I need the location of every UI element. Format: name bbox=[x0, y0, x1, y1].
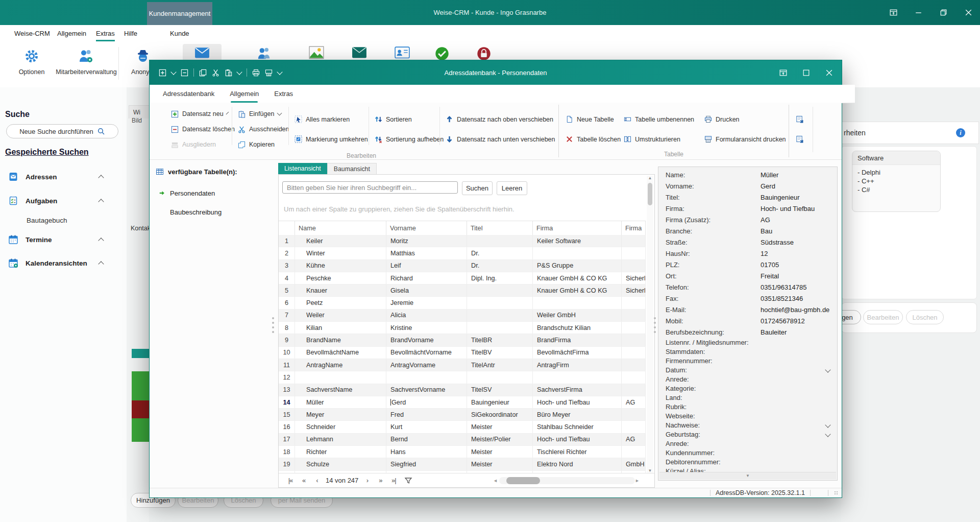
cell[interactable]: TitelBV bbox=[467, 347, 533, 359]
filter-icon[interactable] bbox=[404, 477, 412, 485]
sidebar-item-aufgaben[interactable]: Aufgaben bbox=[0, 193, 119, 208]
cell[interactable]: AntragVorname bbox=[386, 359, 467, 371]
cell[interactable]: TitelSV bbox=[467, 384, 533, 396]
table-row[interactable]: 11AntragNameAntragVornameTitelAntrAntrag… bbox=[279, 359, 646, 371]
detail-field-name[interactable]: Name:Müller bbox=[658, 169, 837, 180]
bg-button-bearbeiten[interactable]: Bearbeiten bbox=[863, 310, 903, 324]
toolbar-optionen-button[interactable]: Optionen bbox=[9, 45, 54, 84]
cell[interactable]: Richard bbox=[386, 272, 467, 284]
sidebar-item-termine[interactable]: Termine bbox=[0, 232, 119, 247]
left-splitter-grip[interactable] bbox=[272, 322, 274, 324]
qat-new-record-icon[interactable] bbox=[159, 69, 166, 77]
vertical-scroll-thumb[interactable] bbox=[648, 183, 652, 205]
cell[interactable] bbox=[622, 421, 646, 433]
cell[interactable] bbox=[467, 322, 533, 334]
detail-field-mobil[interactable]: Mobil:017245678912 bbox=[658, 315, 837, 326]
next-record-button[interactable]: › bbox=[360, 477, 374, 484]
column-header-firma-3[interactable]: Firma bbox=[533, 221, 622, 235]
cell[interactable]: TitelAntr bbox=[467, 359, 533, 371]
cell[interactable]: Keiler Software bbox=[533, 235, 622, 247]
cell[interactable] bbox=[622, 446, 646, 458]
cell[interactable]: SiGekoordinator bbox=[467, 409, 533, 420]
cell[interactable] bbox=[622, 322, 646, 334]
ribbon-sortierung-aufheben[interactable]: Sortierung aufheben bbox=[371, 129, 438, 149]
detail-field-anrede[interactable]: Anrede: bbox=[658, 374, 837, 384]
cell[interactable]: Meister bbox=[467, 446, 533, 458]
clear-button[interactable]: Leeren bbox=[497, 181, 527, 195]
table-row[interactable]: 10BevollmächtNameBevollmächtVornameTitel… bbox=[279, 347, 646, 359]
chevron-down-icon[interactable] bbox=[277, 111, 282, 116]
ribbon-ausschneiden[interactable]: Ausschneiden bbox=[234, 122, 287, 137]
detail-field-geburtstag[interactable]: Geburtstag: bbox=[658, 430, 837, 439]
dialog-maximize-icon[interactable] bbox=[802, 68, 811, 77]
table-row[interactable]: 3KühneLeifDr.P&S Gruppe bbox=[279, 260, 646, 272]
detail-field-e-mail[interactable]: E-Mail:hochtief@bau-gmbh.de bbox=[658, 304, 837, 315]
detail-field-kategorie[interactable]: Kategorie: bbox=[658, 384, 837, 393]
cell[interactable]: BrandVorname bbox=[386, 334, 467, 346]
qat-delete-record-icon[interactable] bbox=[181, 69, 188, 77]
table-item-baubeschreibung[interactable]: Baubeschreibung bbox=[150, 205, 292, 219]
detail-field-webseite[interactable]: Webseite: bbox=[658, 411, 837, 420]
detail-field-plz[interactable]: PLZ:01705 bbox=[658, 259, 837, 270]
detail-field-ort[interactable]: Ort:Freital bbox=[658, 270, 837, 281]
cell[interactable]: AntragFirm bbox=[533, 359, 622, 371]
menu-allgemein[interactable]: Allgemein bbox=[57, 25, 86, 42]
detail-field-telefon[interactable]: Telefon:0351/96314785 bbox=[658, 281, 837, 293]
qat-paste-icon[interactable] bbox=[225, 69, 232, 77]
search-input[interactable] bbox=[282, 181, 458, 194]
ribbon-alles-markieren[interactable]: Alles markieren bbox=[290, 109, 367, 129]
detail-field-datum[interactable]: Datum: bbox=[658, 365, 837, 374]
table-row[interactable]: 12 bbox=[279, 371, 646, 384]
scroll-up-icon[interactable]: ▲ bbox=[647, 176, 653, 180]
ribbon-datensatz-nach-unten-verschieben[interactable]: Datensatz nach unten verschieben bbox=[442, 129, 556, 149]
first-page-button[interactable]: |« bbox=[284, 477, 297, 484]
cell[interactable]: Kühne bbox=[295, 260, 386, 272]
cell[interactable]: SachverstFirma bbox=[533, 384, 622, 396]
cell[interactable]: Tischlerei Richter bbox=[533, 446, 622, 458]
cell[interactable]: Matthias bbox=[386, 247, 467, 259]
cell[interactable]: Weiler bbox=[295, 310, 386, 321]
new-search-button[interactable]: Neue Suche durchführen bbox=[6, 124, 118, 138]
chevron-up-icon[interactable] bbox=[98, 199, 104, 204]
cell[interactable] bbox=[622, 409, 646, 420]
ribbon-kopieren[interactable]: Kopieren bbox=[234, 137, 287, 152]
menu-extras[interactable]: Extras bbox=[96, 25, 115, 42]
detail-field-fax[interactable]: Fax:0351/8521346 bbox=[658, 293, 837, 304]
cell[interactable]: Alicia bbox=[386, 310, 467, 321]
detail-field-hausnr[interactable]: HausNr:12 bbox=[658, 248, 837, 259]
cell[interactable]: BevollmächtName bbox=[295, 347, 386, 359]
cell[interactable]: AntragName bbox=[295, 359, 386, 371]
sidebar-item-bautagebuch[interactable]: Bautagebuch bbox=[0, 212, 119, 228]
dialog-dock-icon[interactable] bbox=[779, 68, 788, 77]
detail-field-firma[interactable]: Firma:Hoch- und Tiefbau bbox=[658, 203, 837, 214]
right-splitter-grip[interactable] bbox=[654, 322, 656, 324]
table-row[interactable]: 17LehmannBerndMeister/PolierHoch- und Ti… bbox=[279, 434, 646, 446]
cell[interactable]: BevollmächtFirma bbox=[533, 347, 622, 359]
cell[interactable]: Hans bbox=[386, 446, 467, 458]
detail-field-kundennummer[interactable]: Kundennummer: bbox=[658, 448, 837, 457]
horizontal-scroll-track[interactable] bbox=[499, 477, 635, 484]
cell[interactable] bbox=[622, 347, 646, 359]
cell[interactable] bbox=[533, 247, 622, 259]
chevron-up-icon[interactable] bbox=[98, 175, 104, 180]
menu-hilfe[interactable]: Hilfe bbox=[124, 25, 137, 42]
ribbon-markierung-umkehren[interactable]: Markierung umkehren bbox=[290, 129, 367, 149]
info-icon[interactable]: i bbox=[956, 128, 965, 137]
qat-print-form-icon[interactable] bbox=[265, 69, 273, 77]
cell[interactable]: Meister bbox=[467, 458, 533, 470]
column-header-vorname-1[interactable]: Vorname bbox=[386, 221, 467, 235]
cell[interactable]: Meister bbox=[467, 421, 533, 433]
toolbar-mitarbeiterverwaltung-button[interactable]: Mitarbeiterverwaltung bbox=[54, 45, 118, 84]
cell[interactable]: Schulze bbox=[295, 458, 386, 470]
qat-overflow-icon[interactable] bbox=[277, 69, 282, 75]
cell[interactable]: Weiler GmbH bbox=[533, 310, 622, 321]
cell[interactable]: Leif bbox=[386, 260, 467, 272]
cell[interactable]: Bernd bbox=[386, 434, 467, 445]
ribbon-tabelle-löschen[interactable]: Tabelle löschen bbox=[561, 129, 620, 149]
table-row[interactable]: 16SchneiderKurtMeisterStahlbau Schneider bbox=[279, 421, 646, 433]
cell[interactable]: TitelBR bbox=[467, 334, 533, 346]
dialog-close-icon[interactable] bbox=[825, 68, 834, 77]
cell[interactable]: Elektro Nord bbox=[533, 458, 622, 470]
workspace-tab-kundenmanagement[interactable]: Kundenmanagement bbox=[147, 2, 212, 25]
cell[interactable] bbox=[467, 310, 533, 321]
